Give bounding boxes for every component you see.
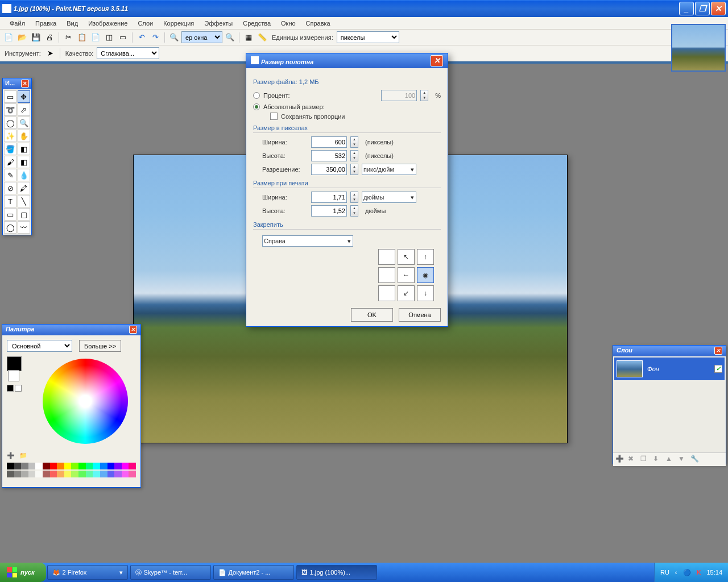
menu-adjust[interactable]: Коррекция bbox=[158, 18, 199, 28]
anchor-nw[interactable] bbox=[378, 249, 395, 265]
menu-tools[interactable]: Средства bbox=[238, 18, 276, 28]
zoom-in-icon[interactable]: 🔍 bbox=[224, 31, 236, 44]
maximize-button[interactable]: ❐ bbox=[695, 2, 710, 15]
anchor-w[interactable] bbox=[378, 267, 395, 283]
print-unit-select[interactable]: дюймы bbox=[362, 192, 416, 203]
percent-radio[interactable] bbox=[253, 92, 260, 99]
layer-item[interactable]: Фон ✓ bbox=[614, 357, 725, 380]
ok-button[interactable]: OK bbox=[351, 308, 393, 322]
fill-tool[interactable]: 🪣 bbox=[4, 143, 16, 155]
undo-icon[interactable]: ↶ bbox=[135, 31, 148, 44]
more-button[interactable]: Больше >> bbox=[79, 340, 121, 352]
menu-help[interactable]: Справка bbox=[301, 18, 336, 28]
width-px-input[interactable] bbox=[311, 136, 347, 148]
menu-view[interactable]: Вид bbox=[61, 18, 83, 28]
start-button[interactable]: пуск bbox=[0, 563, 46, 582]
gradient-tool[interactable]: ◧ bbox=[18, 143, 30, 155]
minimize-button[interactable]: _ bbox=[679, 2, 694, 15]
taskbar-firefox[interactable]: 🦊2 Firefox▾ bbox=[47, 565, 128, 580]
anchor-select[interactable]: Справа bbox=[262, 235, 353, 247]
layer-visible-checkbox[interactable]: ✓ bbox=[714, 365, 722, 373]
lang-indicator[interactable]: RU bbox=[659, 569, 671, 576]
ellipse-tool[interactable]: ◯ bbox=[4, 221, 16, 234]
pan-tool[interactable]: ✋ bbox=[18, 130, 30, 142]
tools-close-icon[interactable]: ✕ bbox=[21, 80, 29, 88]
clone-tool[interactable]: ⊘ bbox=[4, 182, 16, 194]
paste-icon[interactable]: 📄 bbox=[89, 31, 102, 44]
eraser-tool[interactable]: ◧ bbox=[18, 156, 30, 168]
color-close-icon[interactable]: ✕ bbox=[129, 326, 137, 334]
move-selection-tool[interactable]: ⬀ bbox=[18, 103, 30, 116]
crop-icon[interactable]: ◫ bbox=[103, 31, 115, 44]
merge-down-icon[interactable]: ⬇ bbox=[653, 455, 663, 465]
width-print-spinner[interactable]: ▲▼ bbox=[350, 192, 358, 203]
resolution-unit-select[interactable]: пикс/дюйм bbox=[362, 164, 416, 175]
freeform-tool[interactable]: 〰 bbox=[18, 221, 30, 234]
pencil-tool[interactable]: ✎ bbox=[4, 169, 16, 181]
anchor-ne[interactable]: ↑ bbox=[417, 249, 434, 265]
delete-layer-icon[interactable]: ✖ bbox=[628, 455, 638, 465]
picker-tool[interactable]: 💧 bbox=[18, 169, 30, 181]
menu-window[interactable]: Окно bbox=[276, 18, 301, 28]
add-layer-icon[interactable]: ➕ bbox=[615, 455, 626, 465]
taskbar-skype[interactable]: ⓈSkype™ - terr... bbox=[130, 565, 211, 580]
add-color-icon[interactable]: ➕ bbox=[7, 452, 15, 459]
height-print-input[interactable] bbox=[311, 205, 347, 217]
width-print-input[interactable] bbox=[311, 192, 347, 203]
rect-tool[interactable]: ▭ bbox=[4, 208, 16, 221]
absolute-radio[interactable] bbox=[253, 103, 260, 110]
taskbar-word[interactable]: 📄Документ2 - ... bbox=[213, 565, 294, 580]
zoom-out-icon[interactable]: 🔍 bbox=[168, 31, 180, 44]
system-tray[interactable]: RU ‹ 🔵 K 15:14 bbox=[654, 563, 728, 582]
menu-effects[interactable]: Эффекты bbox=[199, 18, 238, 28]
magic-wand-tool[interactable]: ✨ bbox=[4, 130, 16, 142]
tray-k-icon[interactable]: K bbox=[696, 569, 702, 576]
color-wheel[interactable] bbox=[43, 359, 128, 444]
zoom-tool[interactable]: 🔍 bbox=[18, 117, 30, 129]
lasso-tool[interactable]: ➰ bbox=[4, 103, 16, 116]
quality-combo[interactable]: Сглажива... bbox=[97, 47, 159, 59]
height-print-spinner[interactable]: ▲▼ bbox=[350, 205, 358, 217]
anchor-e[interactable]: ◉ bbox=[417, 267, 434, 283]
black-swatch-icon[interactable] bbox=[7, 385, 14, 392]
resolution-spinner[interactable]: ▲▼ bbox=[350, 164, 358, 175]
image-thumbnail[interactable] bbox=[671, 24, 726, 72]
copy-icon[interactable]: 📋 bbox=[76, 31, 88, 44]
new-icon[interactable]: 📄 bbox=[2, 31, 15, 44]
move-down-icon[interactable]: ▼ bbox=[678, 455, 688, 465]
recolor-tool[interactable]: 🖍 bbox=[18, 182, 30, 194]
clock[interactable]: 15:14 bbox=[705, 569, 723, 576]
menu-edit[interactable]: Правка bbox=[30, 18, 61, 28]
anchor-s[interactable]: ↙ bbox=[398, 285, 415, 301]
color-swatch-strip-2[interactable] bbox=[7, 471, 136, 477]
grid-icon[interactable]: ▦ bbox=[242, 31, 255, 44]
zoom-combo[interactable]: ер окна bbox=[181, 31, 222, 43]
brush-tool[interactable]: 🖌 bbox=[4, 156, 16, 168]
menu-layers[interactable]: Слои bbox=[133, 18, 158, 28]
close-button[interactable]: ✕ bbox=[711, 2, 726, 15]
tray-icon-1[interactable]: 🔵 bbox=[682, 569, 692, 576]
ellipse-select-tool[interactable]: ◯ bbox=[4, 117, 16, 129]
deselect-icon[interactable]: ▭ bbox=[117, 31, 129, 44]
print-icon[interactable]: 🖨 bbox=[43, 31, 56, 44]
keep-aspect-checkbox[interactable] bbox=[270, 113, 278, 120]
height-px-spinner[interactable]: ▲▼ bbox=[350, 150, 358, 161]
width-px-spinner[interactable]: ▲▼ bbox=[350, 136, 358, 148]
rounded-rect-tool[interactable]: ▢ bbox=[18, 208, 30, 221]
redo-icon[interactable]: ↷ bbox=[149, 31, 162, 44]
duplicate-layer-icon[interactable]: ❐ bbox=[640, 455, 651, 465]
white-swatch-icon[interactable] bbox=[15, 385, 22, 392]
units-combo[interactable]: пикселы bbox=[337, 31, 399, 43]
color-type-select[interactable]: Основной bbox=[7, 340, 72, 352]
resolution-input[interactable] bbox=[311, 164, 347, 175]
layers-close-icon[interactable]: ✕ bbox=[714, 347, 722, 355]
taskbar-paintnet[interactable]: 🖼1.jpg (100%)... bbox=[296, 565, 377, 580]
layer-props-icon[interactable]: 🔧 bbox=[690, 455, 701, 465]
anchor-sw[interactable] bbox=[378, 285, 395, 301]
text-tool[interactable]: T bbox=[4, 195, 16, 207]
current-tool-icon[interactable]: ➤ bbox=[44, 47, 57, 60]
tray-arrow-icon[interactable]: ‹ bbox=[674, 569, 679, 576]
line-tool[interactable]: ╲ bbox=[18, 195, 30, 207]
cut-icon[interactable]: ✂ bbox=[62, 31, 75, 44]
move-up-icon[interactable]: ▲ bbox=[665, 455, 676, 465]
